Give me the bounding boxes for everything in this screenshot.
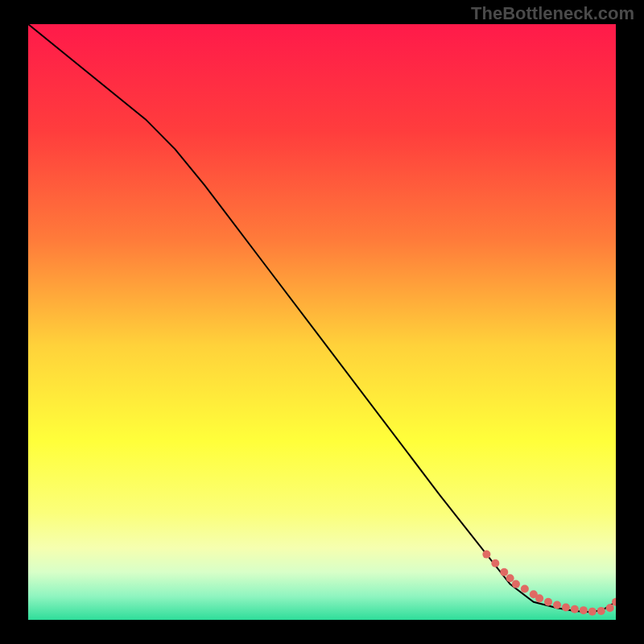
scatter-point	[553, 601, 561, 609]
scatter-point	[571, 605, 579, 613]
scatter-point	[544, 598, 552, 606]
scatter-point	[597, 607, 605, 615]
scatter-point	[521, 585, 529, 593]
scatter-point	[500, 568, 508, 576]
scatter-point	[588, 608, 597, 616]
scatter-point	[535, 594, 543, 602]
watermark-text: TheBottleneck.com	[471, 3, 634, 24]
gradient-background	[28, 24, 616, 620]
scatter-point	[606, 604, 614, 612]
scatter-point	[482, 551, 490, 559]
scatter-point	[580, 606, 588, 614]
scatter-point	[491, 559, 499, 568]
chart-svg	[28, 24, 616, 620]
plot-area	[28, 24, 616, 620]
scatter-point	[512, 580, 520, 588]
scatter-point	[506, 574, 514, 582]
scatter-point	[562, 603, 570, 611]
